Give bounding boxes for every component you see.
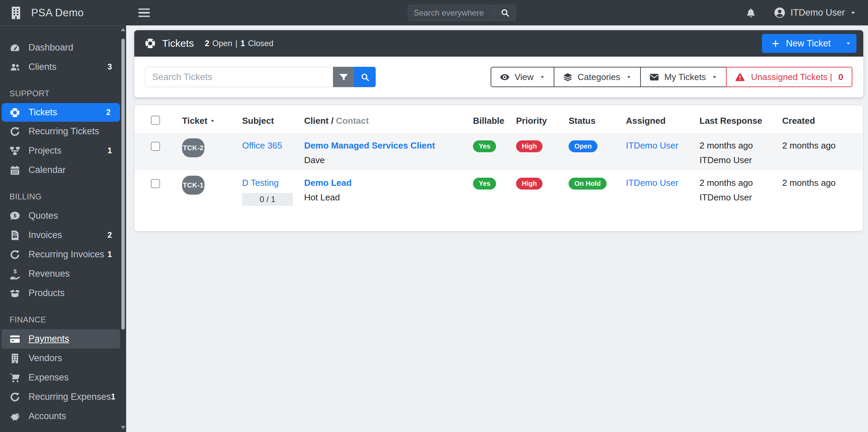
caret-down-icon [845,40,851,46]
global-search-button[interactable] [494,5,516,21]
my-tickets-label: My Tickets [664,72,706,82]
global-search [408,5,516,21]
row-checkbox[interactable] [151,142,160,151]
last-response-time: 2 months ago [699,140,771,151]
shopping-cart-icon [9,372,20,383]
priority-badge: High [516,140,542,152]
sidebar-item-accounts[interactable]: Accounts [0,407,126,426]
sidebar-item-badge: 2 [107,231,112,240]
ticket-subject-link[interactable]: Office 365 [242,140,282,151]
column-header-assigned[interactable]: Assigned [620,105,694,133]
sidebar-item-recurring-tickets[interactable]: Recurring Tickets [0,122,126,141]
svg-text:$: $ [14,213,16,218]
column-header-billable[interactable]: Billable [468,105,511,133]
life-ring-icon [9,107,20,118]
row-checkbox[interactable] [151,179,160,188]
sidebar-item-expenses[interactable]: Expenses [0,368,126,387]
sidebar-item-dashboard[interactable]: Dashboard [0,38,126,57]
sidebar-item-products[interactable]: Products [0,283,126,303]
open-closed-summary: 2 Open | 1 Closed [205,39,273,48]
sidebar-item-label: Recurring Invoices [28,249,104,260]
sidebar-item-tickets[interactable]: Tickets 2 [2,103,120,122]
column-header-status[interactable]: Status [563,105,620,133]
sidebar-item-badge: 3 [107,62,112,72]
ticket-subject-link[interactable]: D Testing [242,178,279,188]
select-all-checkbox[interactable] [151,116,160,125]
credit-card-icon [9,334,20,345]
sidebar-item-clients[interactable]: Clients 3 [0,57,126,77]
view-dropdown-button[interactable]: View [491,67,554,87]
column-header-priority[interactable]: Priority [511,105,563,133]
envelope-icon [649,72,659,82]
scrollbar-up-arrow[interactable] [121,28,125,31]
sidebar-item-vendors[interactable]: Vendors [0,349,126,368]
column-header-last-response[interactable]: Last Response [694,105,777,133]
users-icon [9,62,20,73]
sidebar: Dashboard Clients 3 SUPPORT Tickets 2 Re… [0,25,126,432]
sidebar-item-label: Calendar [28,165,66,175]
notifications-button[interactable] [746,7,756,18]
sidebar-item-payments[interactable]: Payments [2,329,120,349]
billable-badge: Yes [473,140,496,152]
global-search-input[interactable] [408,5,494,21]
tickets-header-card: Tickets 2 Open | 1 Closed New Ticket [134,30,863,97]
ticket-search-button[interactable] [354,67,376,87]
column-header-client-contact[interactable]: Client / Contact [299,105,468,133]
unassigned-tickets-button[interactable]: Unassigned Tickets | 0 [726,67,852,87]
table-row: TCK-1 D Testing 0 / 1 Demo Lead Hot Lead… [135,170,863,211]
sidebar-item-projects[interactable]: Projects 1 [0,141,126,160]
ticket-search-group [145,67,376,87]
scrollbar-thumb[interactable] [121,39,125,330]
sidebar-item-badge: 1 [107,250,112,259]
sidebar-item-invoices[interactable]: Invoices 2 [0,225,126,245]
plus-icon [771,39,780,48]
new-ticket-split-button: New Ticket [762,34,856,53]
filter-icon [339,73,348,82]
ticket-search-input[interactable] [145,67,333,87]
sidebar-item-badge: 2 [106,108,111,117]
navbar-right: ITDemo User [746,7,868,19]
sidebar-item-revenues[interactable]: $ Revenues [0,264,126,283]
scrollbar-down-arrow[interactable] [121,426,125,429]
sidebar-item-label: Products [28,288,65,298]
sidebar-item-label: Expenses [28,372,69,383]
assigned-user-link[interactable]: ITDemo User [626,178,678,188]
client-link[interactable]: Demo Managed Services Client [304,140,435,151]
table-header-row: Ticket Subject Client / Contact Billable… [135,105,863,133]
column-header-subject[interactable]: Subject [237,105,299,133]
column-header-ticket[interactable]: Ticket [177,105,237,133]
sidebar-item-recurring-invoices[interactable]: Recurring Invoices 1 [0,245,126,264]
new-ticket-dropdown-toggle[interactable] [840,34,856,53]
created-time: 2 months ago [782,178,857,188]
filter-button[interactable] [333,67,354,87]
sidebar-scrollbar[interactable] [121,28,125,430]
app-brand[interactable]: PSA Demo [0,6,126,20]
sidebar-item-quotes[interactable]: $ Quotes [0,206,126,225]
user-circle-icon [774,7,786,19]
box-open-icon [9,288,20,299]
hamburger-menu-button[interactable] [138,8,150,17]
project-diagram-icon [9,145,20,156]
ticket-id-badge[interactable]: TCK-1 [182,176,204,195]
user-menu[interactable]: ITDemo User [774,7,856,19]
refresh-icon [9,249,20,260]
caret-down-icon [539,74,545,80]
categories-dropdown-button[interactable]: Categories [554,67,641,87]
refresh-icon [9,392,20,402]
life-ring-icon [144,38,156,49]
caret-down-icon [626,74,632,80]
ticket-id-badge[interactable]: TCK-2 [182,138,204,157]
created-time: 2 months ago [782,140,857,151]
column-header-created[interactable]: Created [777,105,863,133]
closed-label: Closed [248,39,274,48]
top-navbar: PSA Demo ITDemo User [0,0,868,25]
sidebar-item-badge: 1 [107,146,112,155]
new-ticket-button[interactable]: New Ticket [762,34,840,53]
my-tickets-dropdown-button[interactable]: My Tickets [640,67,727,87]
sidebar-item-calendar[interactable]: Calendar [0,160,126,180]
sidebar-item-recurring-expenses[interactable]: Recurring Expenses 1 [0,387,126,407]
search-icon [500,8,510,17]
client-link[interactable]: Demo Lead [304,178,352,188]
assigned-user-link[interactable]: ITDemo User [626,140,678,151]
contact-name: Hot Lead [304,192,462,203]
